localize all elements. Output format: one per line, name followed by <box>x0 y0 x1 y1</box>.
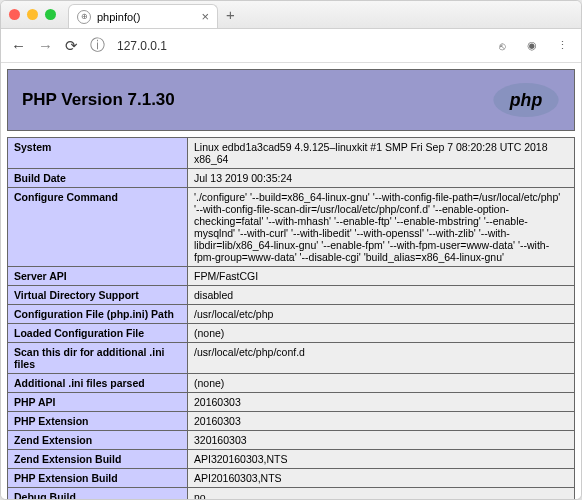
config-value: FPM/FastCGI <box>188 267 575 286</box>
config-key: Build Date <box>8 169 188 188</box>
browser-tab[interactable]: ⊕ phpinfo() × <box>68 4 218 28</box>
table-row: Scan this dir for additional .ini files/… <box>8 343 575 374</box>
table-row: PHP Extension20160303 <box>8 412 575 431</box>
php-logo-icon: php <box>492 82 560 118</box>
config-key: Loaded Configuration File <box>8 324 188 343</box>
config-key: Debug Build <box>8 488 188 500</box>
config-value: API320160303,NTS <box>188 450 575 469</box>
php-version-title: PHP Version 7.1.30 <box>22 90 175 110</box>
config-value: (none) <box>188 374 575 393</box>
table-row: Virtual Directory Supportdisabled <box>8 286 575 305</box>
close-tab-icon[interactable]: × <box>201 9 209 24</box>
reload-button[interactable]: ⟳ <box>65 37 78 55</box>
minimize-window-button[interactable] <box>27 9 38 20</box>
config-key: PHP Extension <box>8 412 188 431</box>
config-key: PHP Extension Build <box>8 469 188 488</box>
table-row: Debug Buildno <box>8 488 575 500</box>
table-row: Additional .ini files parsed(none) <box>8 374 575 393</box>
config-key: Zend Extension Build <box>8 450 188 469</box>
config-value: disabled <box>188 286 575 305</box>
table-row: PHP API20160303 <box>8 393 575 412</box>
browser-toolbar: ← → ⟳ ⓘ 127.0.0.1 ⎋ ◉ ⋮ <box>1 29 581 63</box>
config-value: API20160303,NTS <box>188 469 575 488</box>
config-key: Zend Extension <box>8 431 188 450</box>
table-row: PHP Extension BuildAPI20160303,NTS <box>8 469 575 488</box>
new-tab-button[interactable]: + <box>226 6 235 23</box>
config-value: no <box>188 488 575 500</box>
window-titlebar: ⊕ phpinfo() × + <box>1 1 581 29</box>
table-row: Configuration File (php.ini) Path/usr/lo… <box>8 305 575 324</box>
config-key: Scan this dir for additional .ini files <box>8 343 188 374</box>
menu-icon[interactable]: ⋮ <box>553 37 571 55</box>
phpinfo-header: PHP Version 7.1.30 php <box>7 69 575 131</box>
config-value: 320160303 <box>188 431 575 450</box>
globe-icon: ⊕ <box>77 10 91 24</box>
table-row: Zend Extension320160303 <box>8 431 575 450</box>
config-value: /usr/local/etc/php <box>188 305 575 324</box>
table-row: SystemLinux edbd1a3cad59 4.9.125–linuxki… <box>8 138 575 169</box>
table-row: Server APIFPM/FastCGI <box>8 267 575 286</box>
config-key: Server API <box>8 267 188 286</box>
config-key: Additional .ini files parsed <box>8 374 188 393</box>
config-value: 20160303 <box>188 393 575 412</box>
svg-text:php: php <box>509 90 543 110</box>
config-value: /usr/local/etc/php/conf.d <box>188 343 575 374</box>
config-value: Linux edbd1a3cad59 4.9.125–linuxkit #1 S… <box>188 138 575 169</box>
config-value: './configure' '--build=x86_64-linux-gnu'… <box>188 188 575 267</box>
forward-button[interactable]: → <box>38 37 53 54</box>
phpinfo-table: SystemLinux edbd1a3cad59 4.9.125–linuxki… <box>7 137 575 499</box>
info-icon[interactable]: ⓘ <box>90 36 105 55</box>
config-key: System <box>8 138 188 169</box>
table-row: Configure Command'./configure' '--build=… <box>8 188 575 267</box>
traffic-lights <box>9 9 56 20</box>
config-key: Configuration File (php.ini) Path <box>8 305 188 324</box>
profile-icon[interactable]: ◉ <box>523 37 541 55</box>
table-row: Build DateJul 13 2019 00:35:24 <box>8 169 575 188</box>
config-value: Jul 13 2019 00:35:24 <box>188 169 575 188</box>
maximize-window-button[interactable] <box>45 9 56 20</box>
page-content[interactable]: PHP Version 7.1.30 php SystemLinux edbd1… <box>1 63 581 499</box>
config-key: PHP API <box>8 393 188 412</box>
config-key: Configure Command <box>8 188 188 267</box>
back-button[interactable]: ← <box>11 37 26 54</box>
table-row: Loaded Configuration File(none) <box>8 324 575 343</box>
config-value: (none) <box>188 324 575 343</box>
close-window-button[interactable] <box>9 9 20 20</box>
tab-title: phpinfo() <box>97 11 140 23</box>
translate-icon[interactable]: ⎋ <box>493 37 511 55</box>
table-row: Zend Extension BuildAPI320160303,NTS <box>8 450 575 469</box>
config-key: Virtual Directory Support <box>8 286 188 305</box>
address-bar[interactable]: 127.0.0.1 <box>117 39 481 53</box>
config-value: 20160303 <box>188 412 575 431</box>
